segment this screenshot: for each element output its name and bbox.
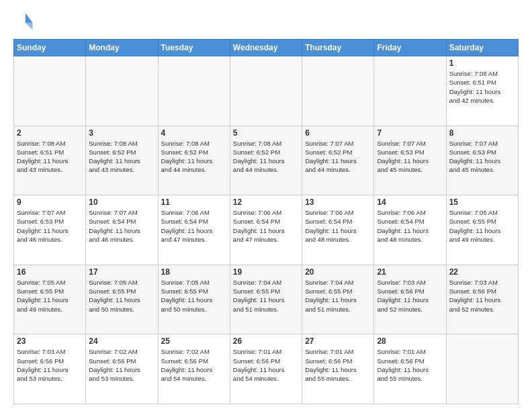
day-number: 21 (377, 267, 443, 277)
day-info: Sunrise: 7:07 AM Sunset: 6:53 PM Dayligh… (449, 139, 515, 175)
day-info: Sunrise: 7:01 AM Sunset: 6:56 PM Dayligh… (377, 347, 443, 383)
day-info: Sunrise: 7:03 AM Sunset: 6:56 PM Dayligh… (449, 278, 515, 314)
calendar-day-header: Sunday (14, 40, 86, 56)
calendar-day-cell: 16Sunrise: 7:05 AM Sunset: 6:55 PM Dayli… (14, 265, 86, 334)
day-number: 14 (377, 197, 443, 207)
calendar-day-cell: 26Sunrise: 7:01 AM Sunset: 6:56 PM Dayli… (230, 334, 302, 404)
day-number: 3 (89, 128, 154, 138)
calendar-day-cell: 14Sunrise: 7:06 AM Sunset: 6:54 PM Dayli… (374, 195, 446, 265)
day-info: Sunrise: 7:06 AM Sunset: 6:54 PM Dayligh… (233, 208, 299, 244)
day-number: 12 (233, 197, 299, 207)
calendar-day-header: Saturday (446, 40, 518, 56)
day-info: Sunrise: 7:08 AM Sunset: 6:51 PM Dayligh… (449, 69, 515, 105)
calendar-day-cell: 18Sunrise: 7:05 AM Sunset: 6:55 PM Dayli… (158, 265, 230, 334)
calendar-day-cell (230, 56, 302, 126)
day-number: 23 (17, 336, 83, 346)
calendar-day-cell: 11Sunrise: 7:06 AM Sunset: 6:54 PM Dayli… (158, 195, 230, 265)
calendar-week-row: 23Sunrise: 7:03 AM Sunset: 6:56 PM Dayli… (14, 334, 519, 404)
calendar-day-cell: 4Sunrise: 7:08 AM Sunset: 6:52 PM Daylig… (158, 126, 230, 195)
day-number: 6 (305, 128, 371, 138)
day-number: 15 (449, 197, 515, 207)
calendar-day-cell: 10Sunrise: 7:07 AM Sunset: 6:54 PM Dayli… (86, 195, 158, 265)
day-info: Sunrise: 7:08 AM Sunset: 6:52 PM Dayligh… (161, 139, 227, 175)
day-info: Sunrise: 7:04 AM Sunset: 6:55 PM Dayligh… (305, 278, 371, 314)
calendar-day-cell: 2Sunrise: 7:08 AM Sunset: 6:51 PM Daylig… (14, 126, 86, 195)
calendar-week-row: 2Sunrise: 7:08 AM Sunset: 6:51 PM Daylig… (14, 126, 519, 195)
day-info: Sunrise: 7:06 AM Sunset: 6:54 PM Dayligh… (305, 208, 371, 244)
day-number: 26 (233, 336, 299, 346)
calendar-day-cell (158, 56, 230, 126)
calendar-day-cell (374, 56, 446, 126)
day-number: 22 (449, 267, 515, 277)
calendar-week-row: 9Sunrise: 7:07 AM Sunset: 6:53 PM Daylig… (14, 195, 519, 265)
day-number: 25 (161, 336, 227, 346)
calendar-day-cell: 25Sunrise: 7:02 AM Sunset: 6:56 PM Dayli… (158, 334, 230, 404)
day-info: Sunrise: 7:06 AM Sunset: 6:54 PM Dayligh… (377, 208, 443, 244)
calendar-day-header: Thursday (302, 40, 374, 56)
day-info: Sunrise: 7:02 AM Sunset: 6:56 PM Dayligh… (89, 347, 154, 383)
calendar-day-cell: 9Sunrise: 7:07 AM Sunset: 6:53 PM Daylig… (14, 195, 86, 265)
calendar-table: SundayMondayTuesdayWednesdayThursdayFrid… (13, 39, 519, 404)
calendar-day-header: Wednesday (230, 40, 302, 56)
day-number: 5 (233, 128, 299, 138)
calendar-day-cell: 27Sunrise: 7:01 AM Sunset: 6:56 PM Dayli… (302, 334, 374, 404)
logo-icon (13, 11, 35, 32)
day-number: 16 (17, 267, 83, 277)
calendar-day-cell (86, 56, 158, 126)
calendar-day-cell: 3Sunrise: 7:08 AM Sunset: 6:52 PM Daylig… (86, 126, 158, 195)
calendar-day-cell: 6Sunrise: 7:07 AM Sunset: 6:52 PM Daylig… (302, 126, 374, 195)
calendar-day-cell: 13Sunrise: 7:06 AM Sunset: 6:54 PM Dayli… (302, 195, 374, 265)
day-number: 9 (17, 197, 83, 207)
day-number: 13 (305, 197, 371, 207)
calendar-header-row: SundayMondayTuesdayWednesdayThursdayFrid… (14, 40, 519, 56)
svg-marker-0 (26, 13, 33, 23)
page: SundayMondayTuesdayWednesdayThursdayFrid… (0, 0, 532, 411)
day-info: Sunrise: 7:07 AM Sunset: 6:53 PM Dayligh… (377, 139, 443, 175)
calendar-day-header: Monday (86, 40, 158, 56)
calendar-week-row: 1Sunrise: 7:08 AM Sunset: 6:51 PM Daylig… (14, 56, 519, 126)
calendar-day-cell: 21Sunrise: 7:03 AM Sunset: 6:56 PM Dayli… (374, 265, 446, 334)
calendar-day-cell (302, 56, 374, 126)
day-number: 24 (89, 336, 154, 346)
calendar-day-cell: 24Sunrise: 7:02 AM Sunset: 6:56 PM Dayli… (86, 334, 158, 404)
day-info: Sunrise: 7:08 AM Sunset: 6:52 PM Dayligh… (233, 139, 299, 175)
day-number: 28 (377, 336, 443, 346)
calendar-day-cell: 12Sunrise: 7:06 AM Sunset: 6:54 PM Dayli… (230, 195, 302, 265)
calendar-day-cell: 23Sunrise: 7:03 AM Sunset: 6:56 PM Dayli… (14, 334, 86, 404)
day-number: 1 (449, 58, 515, 68)
day-info: Sunrise: 7:05 AM Sunset: 6:55 PM Dayligh… (17, 278, 83, 314)
header (13, 11, 519, 32)
day-info: Sunrise: 7:01 AM Sunset: 6:56 PM Dayligh… (233, 347, 299, 383)
calendar-day-header: Friday (374, 40, 446, 56)
day-number: 8 (449, 128, 515, 138)
day-number: 11 (161, 197, 227, 207)
day-info: Sunrise: 7:06 AM Sunset: 6:54 PM Dayligh… (161, 208, 227, 244)
day-number: 10 (89, 197, 154, 207)
calendar-day-cell (14, 56, 86, 126)
day-info: Sunrise: 7:03 AM Sunset: 6:56 PM Dayligh… (377, 278, 443, 314)
calendar-day-cell: 1Sunrise: 7:08 AM Sunset: 6:51 PM Daylig… (446, 56, 518, 126)
day-number: 4 (161, 128, 227, 138)
calendar-day-cell: 15Sunrise: 7:05 AM Sunset: 6:55 PM Dayli… (446, 195, 518, 265)
day-info: Sunrise: 7:01 AM Sunset: 6:56 PM Dayligh… (305, 347, 371, 383)
calendar-day-cell (446, 334, 518, 404)
calendar-day-header: Tuesday (158, 40, 230, 56)
day-info: Sunrise: 7:05 AM Sunset: 6:55 PM Dayligh… (161, 278, 227, 314)
day-info: Sunrise: 7:07 AM Sunset: 6:54 PM Dayligh… (89, 208, 154, 244)
day-info: Sunrise: 7:02 AM Sunset: 6:56 PM Dayligh… (161, 347, 227, 383)
day-number: 19 (233, 267, 299, 277)
calendar-day-cell: 5Sunrise: 7:08 AM Sunset: 6:52 PM Daylig… (230, 126, 302, 195)
day-info: Sunrise: 7:05 AM Sunset: 6:55 PM Dayligh… (89, 278, 154, 314)
day-number: 2 (17, 128, 83, 138)
calendar-day-cell: 19Sunrise: 7:04 AM Sunset: 6:55 PM Dayli… (230, 265, 302, 334)
svg-marker-1 (26, 23, 33, 30)
calendar-day-cell: 17Sunrise: 7:05 AM Sunset: 6:55 PM Dayli… (86, 265, 158, 334)
day-info: Sunrise: 7:08 AM Sunset: 6:52 PM Dayligh… (89, 139, 154, 175)
calendar-day-cell: 7Sunrise: 7:07 AM Sunset: 6:53 PM Daylig… (374, 126, 446, 195)
day-info: Sunrise: 7:05 AM Sunset: 6:55 PM Dayligh… (449, 208, 515, 244)
day-number: 18 (161, 267, 227, 277)
calendar-day-cell: 8Sunrise: 7:07 AM Sunset: 6:53 PM Daylig… (446, 126, 518, 195)
day-info: Sunrise: 7:08 AM Sunset: 6:51 PM Dayligh… (17, 139, 83, 175)
calendar-day-cell: 20Sunrise: 7:04 AM Sunset: 6:55 PM Dayli… (302, 265, 374, 334)
calendar-day-cell: 28Sunrise: 7:01 AM Sunset: 6:56 PM Dayli… (374, 334, 446, 404)
